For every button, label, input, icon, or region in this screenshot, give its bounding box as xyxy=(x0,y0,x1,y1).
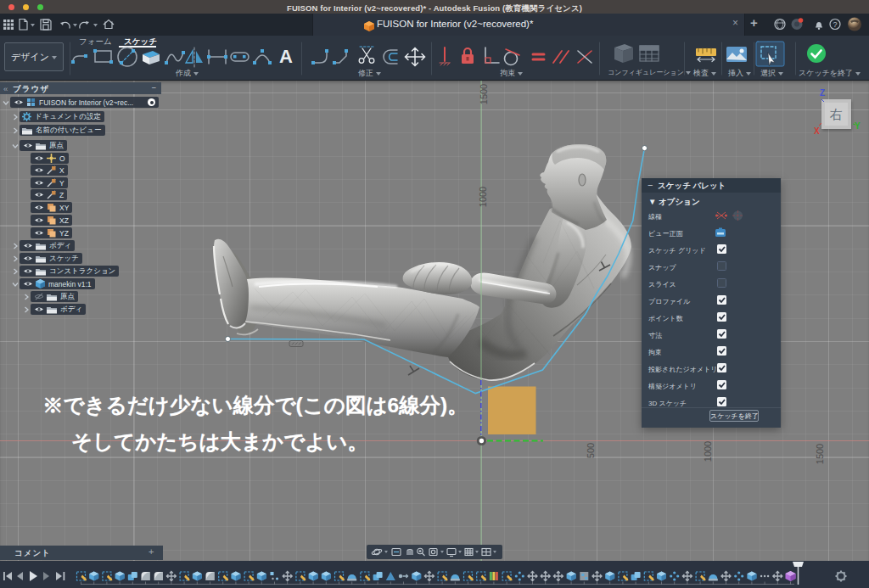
timeline-feature-rectangular-pattern-39[interactable] xyxy=(580,572,588,585)
timeline-feature-solid-body-19[interactable] xyxy=(322,572,331,585)
display-settings-icon[interactable] xyxy=(447,549,456,557)
timeline-feature-sketch-22[interactable] xyxy=(361,572,371,585)
fit-icon[interactable] xyxy=(429,549,437,556)
browser-row-X[interactable]: X xyxy=(23,165,68,176)
browser-row-原点[interactable]: 原点 xyxy=(23,291,78,302)
browser-row-ボディ[interactable]: ボディ xyxy=(12,240,75,251)
palette-minimize-icon[interactable]: − xyxy=(648,180,653,190)
timeline-feature-point-15[interactable] xyxy=(271,572,279,585)
tangent-constraint-icon[interactable] xyxy=(505,49,520,65)
timeline-feature-solid-body-52[interactable] xyxy=(747,572,756,585)
timeline-feature-sketch-42[interactable] xyxy=(619,572,629,585)
timeline-feature-solid-body-26[interactable] xyxy=(412,572,421,585)
timeline-feature-pattern-34[interactable] xyxy=(515,571,524,584)
mannequin-model[interactable] xyxy=(214,144,631,380)
browser-header[interactable]: « ブラウザ − xyxy=(0,82,161,94)
timeline-feature-move-47[interactable] xyxy=(682,572,692,585)
sketch-point-left[interactable] xyxy=(225,336,230,341)
home-icon[interactable] xyxy=(104,20,114,29)
bell-icon[interactable] xyxy=(816,22,822,30)
look-at-icon[interactable] xyxy=(392,549,401,556)
fillet-tool-icon[interactable] xyxy=(311,49,328,64)
appbar-right-icons[interactable]: ? xyxy=(771,15,864,34)
browser-row-コンストラクション[interactable]: コンストラクション xyxy=(12,266,119,277)
fix-constraint-icon[interactable] xyxy=(462,48,474,64)
fit-caret[interactable] xyxy=(440,551,444,553)
perpendicular-constraint-icon[interactable] xyxy=(485,48,499,63)
chamfer-tool-icon[interactable] xyxy=(333,49,348,64)
timeline-feature-combine-23[interactable] xyxy=(373,572,383,585)
group-label-modify[interactable]: 修正 xyxy=(358,68,381,79)
circle-tool-icon[interactable] xyxy=(118,48,137,66)
timeline-feature-solid-body-18[interactable] xyxy=(309,572,318,585)
go-to-end-button[interactable] xyxy=(56,572,64,580)
conic-curve-tool-icon[interactable] xyxy=(253,49,272,64)
timeline-feature-move-54[interactable] xyxy=(773,572,782,585)
browser-row-ドキュメントの設定[interactable]: ドキュメントの設定 xyxy=(12,111,104,122)
app-grid-icon[interactable] xyxy=(3,20,14,30)
browser-row-O[interactable]: O xyxy=(23,153,69,164)
group-label-create[interactable]: 作成 xyxy=(176,68,199,79)
insert-image-icon[interactable] xyxy=(726,47,747,62)
timeline-feature-sketch-30[interactable] xyxy=(464,572,474,585)
profile-fill[interactable] xyxy=(488,387,536,435)
palette-options-header[interactable]: ▼ オプション xyxy=(648,197,700,208)
checkbox-スライス[interactable] xyxy=(717,278,726,288)
timeline-feature-combine-43[interactable] xyxy=(631,572,641,585)
timeline-feature-sketch-2[interactable] xyxy=(103,572,112,585)
file-new-icon[interactable] xyxy=(20,20,27,31)
help-icon[interactable]: ? xyxy=(830,20,840,30)
horizontal-vertical-constraint-icon[interactable] xyxy=(440,48,450,65)
equal-constraint-icon[interactable] xyxy=(533,54,544,59)
timeline-feature-solid-body-38[interactable] xyxy=(567,572,576,585)
timeline-feature-sketch-8[interactable] xyxy=(180,572,190,585)
sketch-point-top[interactable] xyxy=(642,146,647,151)
browser-collapse-icon[interactable]: « xyxy=(3,84,8,93)
viewports-caret[interactable] xyxy=(493,551,496,553)
group-label-inspect[interactable]: 検査 xyxy=(693,68,716,79)
avatar[interactable] xyxy=(848,18,861,31)
timeline-feature-appearance-32[interactable] xyxy=(490,572,498,585)
viewports-icon[interactable] xyxy=(482,549,491,556)
timeline-feature-combine-4[interactable] xyxy=(128,572,137,585)
timeline-feature-solid-body-12[interactable] xyxy=(231,572,240,585)
dimension-tool-icon[interactable] xyxy=(207,50,227,64)
move-tool-icon[interactable] xyxy=(406,48,425,66)
go-to-start-button[interactable] xyxy=(3,572,12,580)
timeline-feature-joint-25[interactable] xyxy=(399,574,408,585)
step-forward-button[interactable] xyxy=(43,572,49,580)
timeline-feature-sketch-17[interactable] xyxy=(296,572,306,585)
timeline-feature-revolve-29[interactable] xyxy=(451,574,460,585)
browser-row-XY[interactable]: XY xyxy=(23,202,72,213)
group-label-finish-sketch[interactable]: スケッチを終了 xyxy=(799,68,861,79)
timeline-feature-fillet-6[interactable] xyxy=(154,572,163,585)
browser-row-Z[interactable]: Z xyxy=(23,189,67,200)
timeline-feature-sketch-44[interactable] xyxy=(644,572,654,585)
display-caret[interactable] xyxy=(458,551,462,553)
palette-header[interactable]: − スケッチ パレット xyxy=(642,178,781,193)
timeline-feature-move-36[interactable] xyxy=(541,572,550,585)
grid-caret[interactable] xyxy=(475,551,479,553)
checkbox-3D スケッチ[interactable] xyxy=(717,397,726,406)
checkbox-スケッチ グリッド[interactable] xyxy=(717,244,726,254)
timeline-contents[interactable] xyxy=(0,561,869,588)
browser-row-名前の付いたビュー[interactable]: 名前の付いたビュー xyxy=(12,125,105,136)
timeline-feature-move-7[interactable] xyxy=(166,572,176,585)
timeline-feature-sketch-13[interactable] xyxy=(244,572,255,585)
checkbox-ポイント数[interactable] xyxy=(717,312,726,322)
timeline-feature-solid-body-41[interactable] xyxy=(605,572,614,585)
timeline-feature-solid-body-3[interactable] xyxy=(115,572,125,585)
browser-row-原点[interactable]: 原点 xyxy=(12,140,67,151)
checkbox-拘束[interactable] xyxy=(717,346,726,356)
line-tool-icon[interactable] xyxy=(71,54,87,64)
save-icon[interactable] xyxy=(41,20,51,30)
mirror-tool-icon[interactable] xyxy=(186,48,203,68)
group-label-insert[interactable]: 挿入 xyxy=(728,68,751,79)
finish-sketch-icon[interactable] xyxy=(807,44,826,63)
slot-tool-icon[interactable] xyxy=(231,53,249,61)
checkbox-スナップ[interactable] xyxy=(717,261,726,271)
notifications-icon[interactable] xyxy=(792,18,804,30)
timeline-feature-more-53[interactable] xyxy=(760,575,769,585)
timeline-feature-solid-body-1[interactable] xyxy=(89,572,98,585)
checkbox-投影されたジオメトリ[interactable] xyxy=(717,363,726,372)
